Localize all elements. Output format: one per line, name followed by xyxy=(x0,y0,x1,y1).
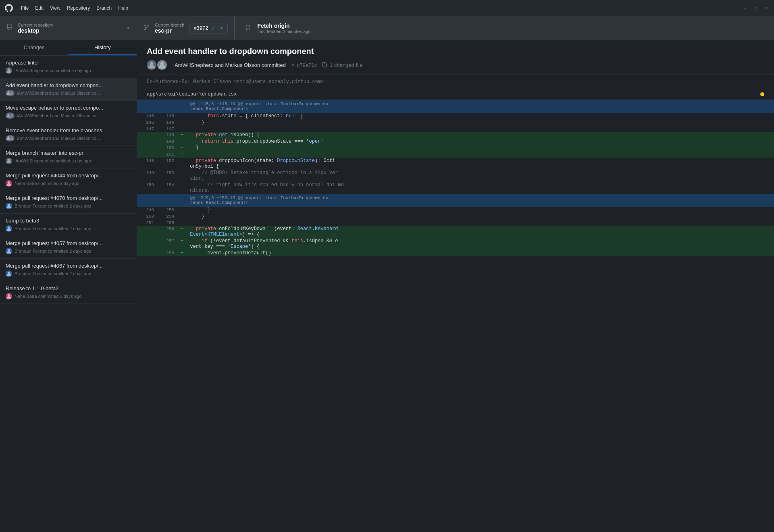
commit-author: iAmWillShepherd committed a day ago xyxy=(15,158,91,163)
hash-icon: ⚬ xyxy=(291,62,295,68)
sidebar: Changes History Appease linter iAmWillSh… xyxy=(0,40,137,532)
avatar xyxy=(6,67,12,74)
list-item[interactable]: Move escape behavior to correct compo...… xyxy=(0,101,137,123)
commit-meta: iAmWillShepherd and Markus Olsson co... xyxy=(6,112,131,119)
diff-row: 148 152 private dropdownIcon(state: Drop… xyxy=(137,158,774,170)
modified-indicator xyxy=(760,92,764,96)
diff-row: 149 + return this.props.dropdownState ==… xyxy=(137,138,774,145)
maximize-button[interactable]: □ xyxy=(753,5,759,11)
commit-author: Brendan Forster committed 2 days ago xyxy=(15,249,91,254)
list-item[interactable]: Merge pull request #4070 from desktop/..… xyxy=(0,191,137,214)
menu-help[interactable]: Help xyxy=(118,5,128,11)
pr-number: #3972 xyxy=(194,25,208,31)
coauthored-line: Co-Authored-By: Markus Olsson <niik@user… xyxy=(137,75,774,89)
avatar xyxy=(6,248,12,254)
list-item[interactable]: Remove event handler from the branches..… xyxy=(0,123,137,146)
repo-label: Current repository xyxy=(18,23,121,27)
avatar xyxy=(6,112,15,119)
branch-info: Current branch esc-pr xyxy=(155,23,184,34)
avatar xyxy=(147,60,156,70)
list-item[interactable]: Merge pull request #4057 from desktop/..… xyxy=(0,236,137,259)
commit-title: Move escape behavior to correct compo... xyxy=(6,105,131,111)
commit-author: Neha Batra committed a day ago xyxy=(15,181,79,186)
avatar xyxy=(157,60,167,70)
menu-edit[interactable]: Edit xyxy=(35,5,44,11)
window-controls: − □ ✕ xyxy=(743,5,769,11)
commit-title: Merge pull request #4070 from desktop/..… xyxy=(6,195,131,201)
list-item[interactable]: Add event handler to dropdown compon... … xyxy=(0,78,137,101)
diff-row: 148 + private get isOpen() { xyxy=(137,132,774,138)
commit-headline: Add event handler to dropdown component xyxy=(147,47,764,56)
commit-author: Brendan Forster committed 2 days ago xyxy=(15,226,91,231)
list-item[interactable]: Release to 1.1.0-beta2 Neha Batra commit… xyxy=(0,281,137,304)
branch-icon xyxy=(144,24,150,32)
menu-branch[interactable]: Branch xyxy=(96,5,112,11)
commit-title: Merge pull request #4057 from desktop/..… xyxy=(6,240,131,246)
commit-title: Appease linter xyxy=(6,60,131,66)
commit-title: bump to beta3 xyxy=(6,218,131,224)
list-item[interactable]: Merge pull request #4067 from desktop/..… xyxy=(0,259,137,281)
tab-history[interactable]: History xyxy=(69,40,137,55)
diff-row: 150 + } xyxy=(137,145,774,151)
avatar xyxy=(6,135,15,141)
diff-row: 250 254 } xyxy=(137,213,774,220)
commit-title: Merge pull request #4067 from desktop/..… xyxy=(6,263,131,269)
avatar xyxy=(6,293,12,299)
changed-files[interactable]: 1 changed file xyxy=(322,62,362,68)
commit-meta: Neha Batra committed 2 days ago xyxy=(6,293,131,299)
menu-file[interactable]: File xyxy=(21,5,29,11)
branch-label: Current branch xyxy=(155,23,184,27)
repo-info: Current repository desktop xyxy=(18,23,121,34)
commit-meta: Brendan Forster committed 2 days ago xyxy=(6,270,131,277)
fetch-title: Fetch origin xyxy=(257,23,310,29)
commit-title: Merge pull request #4044 from desktop/..… xyxy=(6,172,131,179)
tab-changes[interactable]: Changes xyxy=(0,40,69,55)
commit-details: iAmWillShepherd and Markus Olsson commit… xyxy=(147,60,764,70)
list-item[interactable]: Appease linter iAmWillShepherd committed… xyxy=(0,56,137,78)
commit-author: iAmWillShepherd and Markus Olsson co... xyxy=(17,91,100,96)
minimize-button[interactable]: − xyxy=(743,5,748,11)
diff-row: 251 255 xyxy=(137,220,774,226)
avatar xyxy=(6,180,12,187)
avatar xyxy=(6,158,12,164)
commit-meta: iAmWillShepherd committed a day ago xyxy=(6,67,131,74)
commit-author: Neha Batra committed 2 days ago xyxy=(15,294,81,299)
diff-row: 151 + xyxy=(137,151,774,158)
changed-files-text: 1 changed file xyxy=(330,62,362,68)
titlebar: File Edit View Repository Branch Help − … xyxy=(0,0,774,16)
commit-meta: iAmWillShepherd and Markus Olsson co... xyxy=(6,90,131,96)
diff-row: 147 147 xyxy=(137,126,774,132)
fetch-info: Fetch origin Last fetched 2 minutes ago xyxy=(257,23,310,34)
list-item[interactable]: Merge pull request #4044 from desktop/..… xyxy=(0,168,137,191)
avatar xyxy=(6,90,15,96)
hash-value: c79e71c xyxy=(297,62,317,68)
diff-row: 149 153 // @TODO: Remake triangle octico… xyxy=(137,170,774,182)
commit-meta: Brendan Forster committed 2 days ago xyxy=(6,203,131,209)
pr-badge[interactable]: #3972 ✓ ▼ xyxy=(189,23,228,33)
github-logo xyxy=(5,4,13,12)
repo-dropdown-icon[interactable]: ▼ xyxy=(126,26,130,30)
commit-list: Appease linter iAmWillShepherd committed… xyxy=(0,56,137,532)
current-branch[interactable]: Current branch esc-pr #3972 ✓ ▼ xyxy=(137,16,235,40)
fetch-sub: Last fetched 2 minutes ago xyxy=(257,29,310,34)
diff-row: 145 145 this.state = { clientRect: null … xyxy=(137,113,774,119)
pr-dropdown-icon[interactable]: ▼ xyxy=(220,26,224,30)
diff-panel: Add event handler to dropdown component … xyxy=(137,40,774,532)
repo-name: desktop xyxy=(18,27,121,34)
diff-table: @@ -145,6 +145,10 @@ export class Toolba… xyxy=(137,100,774,256)
menu-repository[interactable]: Repository xyxy=(67,5,90,11)
avatar xyxy=(6,225,12,232)
list-item[interactable]: Merge branch 'master' into esc-pr iAmWil… xyxy=(0,146,137,168)
menu-view[interactable]: View xyxy=(50,5,60,11)
pr-check-icon: ✓ xyxy=(211,25,216,31)
diff-hunk-header: @@ -145,6 +145,10 @@ export class Toolba… xyxy=(137,100,774,113)
close-button[interactable]: ✕ xyxy=(764,5,769,11)
current-repository[interactable]: Current repository desktop ▼ xyxy=(0,16,137,40)
list-item[interactable]: bump to beta3 Brendan Forster committed … xyxy=(0,214,137,236)
fetch-origin[interactable]: Fetch origin Last fetched 2 minutes ago xyxy=(235,16,320,40)
commit-meta: iAmWillShepherd and Markus Olsson co... xyxy=(6,135,131,141)
avatar xyxy=(6,203,12,209)
main-content: Changes History Appease linter iAmWillSh… xyxy=(0,40,774,532)
file-icon xyxy=(322,62,327,68)
commit-header: Add event handler to dropdown component … xyxy=(137,40,774,75)
